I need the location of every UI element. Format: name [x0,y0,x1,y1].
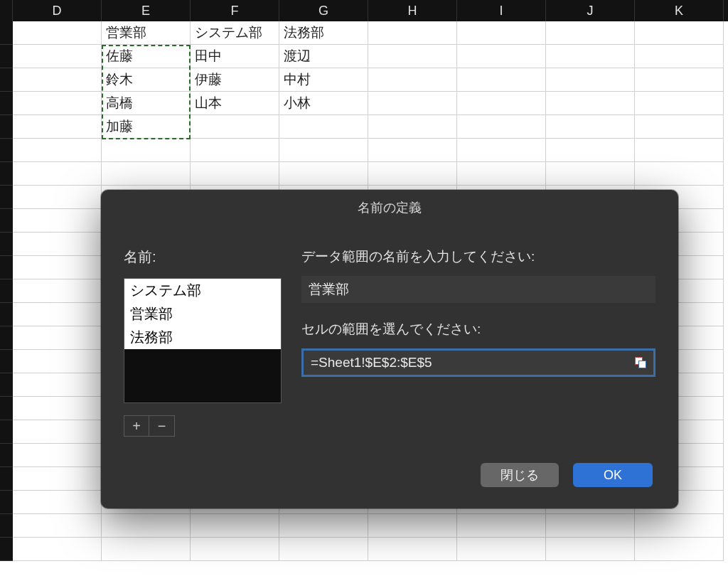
names-list-item[interactable]: 営業部 [124,302,281,326]
range-input[interactable] [304,351,635,375]
cell-K3[interactable] [635,68,724,92]
cell[interactable] [13,444,102,467]
cell[interactable] [102,162,191,186]
cell-D4[interactable] [13,92,102,115]
row-header[interactable] [0,514,13,538]
cell[interactable] [546,514,635,538]
cell[interactable] [191,514,279,538]
cell[interactable] [191,162,279,186]
row-header[interactable] [0,326,13,350]
row-header[interactable] [0,115,13,139]
cell-G2[interactable]: 渡辺 [279,45,368,68]
cell-E4[interactable]: 高橋 [102,92,191,115]
row-header[interactable] [0,350,13,373]
names-list[interactable]: システム部 営業部 法務部 [124,278,282,403]
cell[interactable] [102,514,191,538]
row-header[interactable] [0,397,13,420]
cell[interactable] [13,420,102,444]
cell[interactable] [457,162,546,186]
cell-G4[interactable]: 小林 [279,92,368,115]
names-list-item[interactable]: 法務部 [124,326,281,349]
cell[interactable] [546,538,635,561]
cell[interactable] [13,397,102,420]
cell[interactable] [457,538,546,561]
cell-K5[interactable] [635,115,724,139]
row-header[interactable] [0,444,13,467]
row-header[interactable] [0,467,13,491]
cell-I2[interactable] [457,45,546,68]
cell-F3[interactable]: 伊藤 [191,68,279,92]
cell-J1[interactable] [546,21,635,45]
col-header-F[interactable]: F [191,0,279,21]
cell[interactable] [635,139,724,162]
cell[interactable] [102,538,191,561]
cell-K4[interactable] [635,92,724,115]
col-header-E[interactable]: E [102,0,191,21]
cell-G1[interactable]: 法務部 [279,21,368,45]
remove-name-button[interactable]: − [149,415,175,437]
row-header[interactable] [0,538,13,561]
cell[interactable] [279,139,368,162]
row-header[interactable] [0,45,13,68]
cell[interactable] [102,139,191,162]
cell[interactable] [368,514,457,538]
cell-K2[interactable] [635,45,724,68]
col-header-D[interactable]: D [13,0,102,21]
cell[interactable] [191,139,279,162]
cell-F5[interactable] [191,115,279,139]
col-header-J[interactable]: J [546,0,635,21]
cell-F2[interactable]: 田中 [191,45,279,68]
cell[interactable] [368,538,457,561]
col-header-G[interactable]: G [279,0,368,21]
cell[interactable] [546,162,635,186]
cell[interactable] [13,209,102,233]
row-header[interactable] [0,233,13,256]
cell-H5[interactable] [368,115,457,139]
cell-E1[interactable]: 営業部 [102,21,191,45]
cell[interactable] [279,514,368,538]
cell-F4[interactable]: 山本 [191,92,279,115]
cell[interactable] [13,139,102,162]
cell[interactable] [635,514,724,538]
name-input[interactable] [301,276,655,303]
cell[interactable] [13,350,102,373]
cell-I1[interactable] [457,21,546,45]
cell[interactable] [546,139,635,162]
range-picker-icon[interactable] [635,357,646,368]
cell[interactable] [191,538,279,561]
row-header[interactable] [0,209,13,233]
cell[interactable] [13,233,102,256]
cell[interactable] [457,514,546,538]
cell-J2[interactable] [546,45,635,68]
col-header-H[interactable]: H [368,0,457,21]
ok-button[interactable]: OK [573,463,653,487]
add-name-button[interactable]: + [124,415,149,437]
cell-G5[interactable] [279,115,368,139]
row-header[interactable] [0,21,13,45]
cell-F1[interactable]: システム部 [191,21,279,45]
cell[interactable] [13,186,102,209]
cell-E5[interactable]: 加藤 [102,115,191,139]
cell[interactable] [13,303,102,326]
row-header[interactable] [0,279,13,303]
cell[interactable] [13,538,102,561]
cell[interactable] [279,538,368,561]
cell-I5[interactable] [457,115,546,139]
row-header[interactable] [0,491,13,514]
row-header[interactable] [0,68,13,92]
cell-K1[interactable] [635,21,724,45]
cell-I4[interactable] [457,92,546,115]
cell-H4[interactable] [368,92,457,115]
cell[interactable] [635,162,724,186]
cell-J4[interactable] [546,92,635,115]
cell-E2[interactable]: 佐藤 [102,45,191,68]
row-header[interactable] [0,303,13,326]
cell[interactable] [13,279,102,303]
col-header-K[interactable]: K [635,0,724,21]
cell-J5[interactable] [546,115,635,139]
cell-H3[interactable] [368,68,457,92]
cell[interactable] [457,139,546,162]
cell[interactable] [368,139,457,162]
cell-D1[interactable] [13,21,102,45]
cell-H1[interactable] [368,21,457,45]
